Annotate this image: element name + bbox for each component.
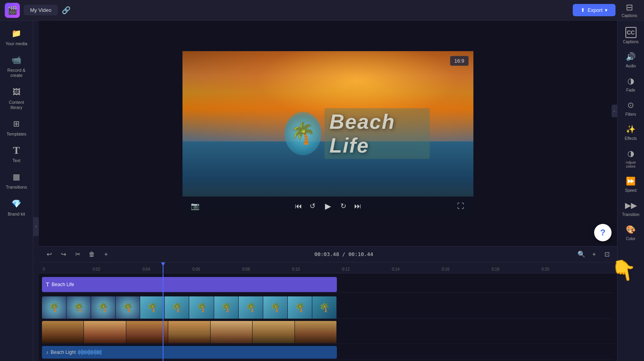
- timecode-display: 00:03.48 / 00:10.44: [115, 251, 573, 257]
- fade-label: Fade: [626, 88, 635, 92]
- sidebar-item-your-media[interactable]: 📁 Your media: [2, 24, 32, 50]
- transitions-label: Transitions: [6, 185, 27, 190]
- wave-bar: [85, 350, 86, 355]
- captions-panel-icon[interactable]: ⊟ Captions: [619, 2, 639, 18]
- record-create-icon: 📹: [10, 53, 23, 66]
- templates-label: Templates: [6, 132, 26, 137]
- sidebar-item-transitions[interactable]: ▦ Transitions: [2, 167, 32, 193]
- captions-label: Captions: [621, 13, 637, 18]
- timeline-tracks: T Beach Life 🌴 🌴 🌴 🌴 🌴 🌴 🌴 🌴: [39, 273, 617, 361]
- center-area: 🌴 Beach Life 16:9 📷 ⏮ ↺ ▶ ↻ ⏭: [39, 21, 617, 361]
- adjust-colors-label: Adjustcolors: [626, 160, 636, 168]
- color-icon: 🎨: [625, 224, 636, 235]
- wave-bar: [89, 350, 89, 355]
- right-item-adjust-colors[interactable]: ◑ Adjustcolors: [619, 145, 643, 172]
- sidebar-item-brand-kit[interactable]: 💎 Brand kit: [2, 194, 32, 220]
- right-item-speed[interactable]: ⏩ Speed: [619, 172, 643, 196]
- right-item-captions[interactable]: CC Captions: [619, 24, 643, 47]
- right-item-fade[interactable]: ◑ Fade: [619, 72, 643, 96]
- sidebar-item-content-library[interactable]: 🖼 Contentlibrary: [2, 82, 32, 113]
- right-item-audio[interactable]: 🔊 Audio: [619, 48, 643, 71]
- skip-back-btn[interactable]: ⏮: [292, 200, 305, 212]
- video-thumb-strip[interactable]: 🌴 🌴 🌴 🌴 🌴 🌴 🌴 🌴 🌴 🌴 🌴 🌴: [42, 296, 337, 319]
- right-item-color[interactable]: 🎨 Color: [619, 221, 643, 244]
- panel-collapse-btn[interactable]: ‹: [612, 105, 617, 117]
- zoom-in-btn[interactable]: +: [589, 249, 600, 260]
- wave-bar: [91, 350, 92, 355]
- timeline-toolbar: ↩ ↪ ✂ 🗑 + 00:03.48 / 00:10.44 🔍 + ⊡: [39, 246, 617, 262]
- audio-track-row: ♪ Beach Light: [42, 346, 614, 359]
- audio-clip[interactable]: ♪ Beach Light: [42, 346, 337, 359]
- left-sidebar-collapse[interactable]: ›: [33, 217, 39, 236]
- video-background: 🌴 Beach Life: [182, 51, 473, 216]
- sidebar-item-record-create[interactable]: 📹 Record &create: [2, 50, 32, 81]
- delete-btn[interactable]: 🗑: [86, 249, 97, 260]
- video-thumb-track-row: 🌴 🌴 🌴 🌴 🌴 🌴 🌴 🌴 🌴 🌴 🌴 🌴: [42, 296, 614, 319]
- wave-bar: [84, 351, 85, 354]
- fullscreen-btn[interactable]: ⛶: [454, 200, 467, 212]
- zoom-fit-btn[interactable]: ⊡: [601, 249, 612, 260]
- filters-icon: ⊙: [625, 99, 636, 111]
- bg-cell-4: [168, 321, 210, 343]
- wave-bar: [97, 350, 98, 355]
- thumb-8: 🌴: [214, 296, 239, 319]
- screenshot-btn[interactable]: 📷: [189, 200, 201, 212]
- right-item-transition[interactable]: ▶▶ Transition: [619, 197, 643, 220]
- filters-label: Filters: [625, 112, 636, 117]
- title-clip[interactable]: T Beach Life: [42, 277, 337, 292]
- export-label: Export: [587, 7, 602, 13]
- add-btn[interactable]: +: [101, 249, 112, 260]
- preview-section: 🌴 Beach Life 16:9 📷 ⏮ ↺ ▶ ↻ ⏭: [39, 21, 617, 246]
- right-item-filters[interactable]: ⊙ Filters: [619, 96, 643, 120]
- timeline-ruler: 0 0:02 0:04 0:06 0:08 0:10 0:12 0:14 0:1…: [39, 262, 617, 273]
- help-button[interactable]: ?: [594, 224, 612, 241]
- ruler-mark-18: 0:18: [491, 267, 541, 271]
- left-sidebar: 📁 Your media 📹 Record &create 🖼 Contentl…: [0, 21, 33, 361]
- video-preview: 🌴 Beach Life 16:9 📷 ⏮ ↺ ▶ ↻ ⏭: [182, 51, 473, 216]
- your-media-label: Your media: [6, 41, 27, 46]
- bg-cell-2: [84, 321, 126, 343]
- bg-cell-6: [253, 321, 294, 343]
- zoom-out-btn[interactable]: 🔍: [576, 249, 587, 260]
- cut-btn[interactable]: ✂: [72, 249, 83, 260]
- wave-bar: [86, 351, 87, 353]
- rewind-5s-btn[interactable]: ↺: [306, 200, 319, 212]
- bg-cell-3: [126, 321, 168, 343]
- content-library-icon: 🖼: [10, 86, 23, 98]
- aspect-ratio-badge[interactable]: 16:9: [450, 56, 469, 66]
- sidebar-item-templates[interactable]: ⊞ Templates: [2, 114, 32, 140]
- ruler-mark-16: 0:16: [441, 267, 491, 271]
- ruler-mark-14: 0:14: [391, 267, 441, 271]
- wave-bar: [82, 350, 82, 355]
- ruler-mark-6: 0:06: [192, 267, 241, 271]
- zoom-controls: 🔍 + ⊡: [576, 249, 612, 260]
- title-clip-icon: T: [46, 281, 49, 288]
- rename-icon[interactable]: 🔗: [62, 6, 70, 15]
- bg-video-strip[interactable]: [42, 321, 337, 343]
- thumb-7: 🌴: [189, 296, 214, 319]
- effects-icon: ✨: [625, 124, 636, 135]
- ruler-mark-2: 0:02: [92, 267, 142, 271]
- text-label: Text: [12, 158, 20, 163]
- skip-forward-btn[interactable]: ⏭: [351, 200, 364, 212]
- thumb-9: 🌴: [239, 296, 263, 319]
- bg-cell-5: [211, 321, 253, 343]
- sidebar-item-text[interactable]: T Text: [2, 141, 32, 166]
- undo-btn[interactable]: ↩: [44, 249, 55, 260]
- export-button[interactable]: ⬆ Export ▾: [573, 4, 616, 16]
- thumb-11: 🌴: [288, 296, 312, 319]
- fade-icon: ◑: [625, 75, 636, 86]
- export-icon: ⬆: [581, 7, 585, 13]
- speed-label: Speed: [625, 188, 636, 193]
- thumb-6: 🌴: [165, 296, 189, 319]
- project-name-tab[interactable]: My Video: [24, 5, 58, 15]
- captions-right-label: Captions: [623, 40, 638, 44]
- title-clip-label: Beach Life: [52, 282, 74, 287]
- right-item-effects[interactable]: ✨ Effects: [619, 120, 643, 144]
- forward-5s-btn[interactable]: ↻: [337, 200, 350, 212]
- wave-bar: [101, 350, 101, 355]
- redo-btn[interactable]: ↪: [58, 249, 69, 260]
- playhead-ruler[interactable]: [163, 262, 163, 273]
- play-btn[interactable]: ▶: [321, 199, 336, 214]
- wave-bar: [99, 351, 100, 354]
